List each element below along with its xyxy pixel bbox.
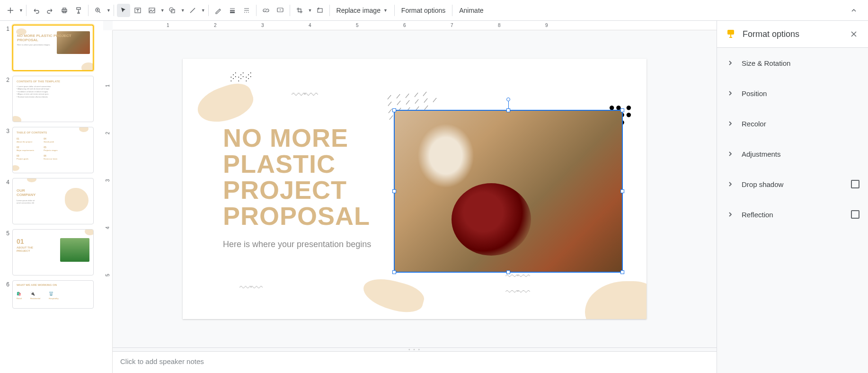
slide-number: 5 [2, 229, 9, 275]
sidebar-title: Format options [743, 29, 841, 39]
chevron-right-icon [726, 119, 735, 128]
replace-image-button[interactable]: Replace image▼ [333, 4, 391, 17]
chevron-right-icon [726, 210, 735, 219]
resize-handle-nw[interactable] [392, 108, 396, 112]
textbox-tool[interactable] [131, 4, 144, 17]
link-button[interactable] [259, 4, 273, 17]
animate-button[interactable]: Animate [455, 4, 487, 17]
resize-handle-n[interactable] [506, 108, 510, 112]
animate-label: Animate [459, 7, 483, 14]
horizontal-ruler[interactable]: 1 2 3 4 5 6 7 8 9 [113, 21, 717, 30]
slide-thumbnail-3[interactable]: TABLE OF CONTENTS 01About the project02M… [12, 127, 94, 173]
slide-thumbnail-4[interactable]: OURCOMPANY Lorem ipsum dolor sitamet con… [12, 178, 94, 224]
slide-number: 4 [2, 178, 9, 224]
svg-rect-1 [63, 8, 66, 9]
position-section[interactable]: Position [717, 78, 868, 108]
canvas-area: 1 2 3 4 5 6 7 8 9 1 2 3 4 5 [103, 21, 717, 373]
new-slide-button[interactable] [4, 4, 17, 17]
crop-button[interactable] [293, 4, 306, 17]
slide-number: 3 [2, 127, 9, 173]
select-tool[interactable] [117, 4, 130, 17]
collapse-toolbar-button[interactable] [847, 4, 860, 17]
reflection-checkbox[interactable] [851, 210, 859, 219]
toolbar: ▼ ▼ ▼ ▼ ▼ ▼ Replace image▼ Format option… [0, 0, 868, 21]
decorative-wave: 〰〰 [292, 87, 316, 103]
recolor-section[interactable]: Recolor [717, 108, 868, 139]
zoom-button[interactable] [91, 4, 105, 17]
chevron-right-icon [726, 149, 735, 159]
adjustments-section[interactable]: Adjustments [717, 139, 868, 169]
shape-tool[interactable] [166, 4, 179, 17]
new-slide-dropdown[interactable]: ▼ [19, 8, 23, 13]
image-tool[interactable] [145, 4, 159, 17]
border-weight-button[interactable] [226, 4, 239, 17]
resize-handle-e[interactable] [620, 189, 624, 193]
print-button[interactable] [58, 4, 71, 17]
resize-handle-ne[interactable] [620, 108, 624, 112]
reset-image-button[interactable] [313, 4, 327, 17]
zoom-dropdown[interactable]: ▼ [106, 8, 111, 13]
slide-number: 2 [2, 76, 9, 122]
slide-canvas[interactable]: 〰〰 〰〰〰〰 〰〰 ⋰⋰⋰⋰⋰⋰ ⟋⟋⟋⟋⟋⟋⟋⟋⟋⟋⟋⟋⟋⟋⟋⟋⟋⟋⟋⟋ ●… [183, 59, 647, 319]
redo-button[interactable] [44, 4, 57, 17]
svg-rect-3 [77, 8, 80, 9]
notes-resize-handle[interactable] [113, 347, 717, 351]
decorative-wave: 〰〰 [239, 281, 261, 295]
resize-handle-s[interactable] [506, 270, 510, 274]
decorative-blob [360, 274, 426, 317]
chevron-right-icon [726, 89, 735, 98]
format-options-panel: Format options Size & Rotation Position … [717, 21, 868, 373]
comment-button[interactable] [274, 4, 287, 17]
paint-format-button[interactable] [72, 4, 85, 17]
size-rotation-section[interactable]: Size & Rotation [717, 48, 868, 78]
format-options-label: Format options [401, 7, 445, 14]
resize-handle-sw[interactable] [392, 270, 396, 274]
slide-number: 6 [2, 280, 9, 309]
crop-dropdown[interactable]: ▼ [308, 8, 312, 13]
slide-thumbnail-6[interactable]: WHAT WE ARE WORKING ON 🛍️Retail 🔌Residen… [12, 280, 94, 309]
chevron-right-icon [726, 58, 735, 68]
resize-handle-w[interactable] [392, 189, 396, 193]
shape-dropdown[interactable]: ▼ [181, 8, 185, 13]
line-dropdown[interactable]: ▼ [201, 8, 205, 13]
slide-thumbnail-2[interactable]: CONTENTS OF THIS TEMPLATE • Lorem ipsum … [12, 76, 94, 122]
image-dropdown[interactable]: ▼ [160, 8, 165, 13]
filmstrip[interactable]: 1 NO MORE PLASTIC PROJECT PROPOSAL Here … [0, 21, 103, 373]
line-tool[interactable] [186, 4, 199, 17]
slide-number: 1 [2, 25, 9, 71]
chevron-right-icon [726, 179, 735, 189]
decorative-blob [193, 79, 258, 129]
selected-image[interactable] [395, 111, 622, 272]
slide-thumbnail-5[interactable]: 01 ABOUT THEPROJECT [12, 229, 94, 275]
decorative-dots: ⋰⋰⋰⋰⋰⋰ [230, 73, 253, 81]
close-sidebar-button[interactable] [848, 28, 859, 40]
rotate-handle[interactable] [506, 98, 510, 101]
slide-subtitle[interactable]: Here is where your presentation begins [223, 240, 371, 249]
speaker-notes[interactable]: Click to add speaker notes [113, 351, 717, 373]
slide-title[interactable]: NO MORE PLASTIC PROJECT PROPOSAL [223, 125, 370, 229]
resize-handle-se[interactable] [620, 270, 624, 274]
slide-image [395, 111, 622, 272]
border-color-button[interactable] [212, 4, 225, 17]
format-options-button[interactable]: Format options [398, 4, 449, 17]
reflection-section[interactable]: Reflection [717, 199, 868, 230]
replace-image-label: Replace image [337, 7, 381, 14]
undo-button[interactable] [29, 4, 43, 17]
svg-rect-12 [727, 30, 734, 35]
decorative-blob [585, 281, 647, 319]
drop-shadow-section[interactable]: Drop shadow [717, 169, 868, 199]
drop-shadow-checkbox[interactable] [851, 180, 859, 188]
vertical-ruler[interactable]: 1 2 3 4 5 [103, 30, 113, 373]
slide-thumbnail-1[interactable]: NO MORE PLASTIC PROJECT PROPOSAL Here is… [12, 25, 94, 71]
format-options-icon [726, 29, 736, 39]
border-dash-button[interactable] [240, 4, 253, 17]
